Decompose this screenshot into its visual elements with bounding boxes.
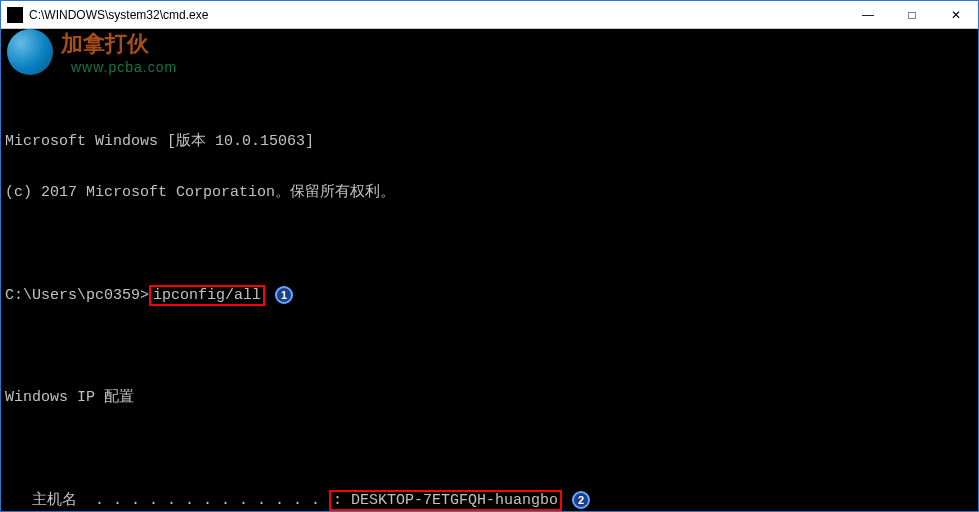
highlight-hostname: : DESKTOP-7ETGFQH-huangbo bbox=[329, 490, 562, 511]
command-text: ipconfig/all bbox=[153, 287, 261, 304]
prompt-line: C:\Users\pc0359>ipconfig/all1 bbox=[5, 286, 974, 304]
minimize-button[interactable]: — bbox=[846, 1, 890, 29]
terminal[interactable]: 加拿打伙 www.pcba.com Microsoft Windows [版本 … bbox=[1, 29, 978, 511]
hostname-sep: : bbox=[333, 492, 351, 509]
maximize-button[interactable]: □ bbox=[890, 1, 934, 29]
cmd-icon bbox=[7, 7, 23, 23]
section1-title: Windows IP 配置 bbox=[5, 389, 974, 406]
badge-1: 1 bbox=[275, 286, 293, 304]
hostname-line: 主机名 . . . . . . . . . . . . . : DESKTOP-… bbox=[5, 491, 974, 509]
highlight-command: ipconfig/all bbox=[149, 285, 265, 306]
header-line-2: (c) 2017 Microsoft Corporation。保留所有权利。 bbox=[5, 184, 974, 201]
titlebar[interactable]: C:\WINDOWS\system32\cmd.exe — □ ✕ bbox=[1, 1, 978, 29]
watermark-text2: www.pcba.com bbox=[71, 59, 177, 76]
watermark-logo bbox=[7, 29, 53, 75]
blank bbox=[5, 338, 974, 355]
hostname-value: DESKTOP-7ETGFQH-huangbo bbox=[351, 492, 558, 509]
header-line-1: Microsoft Windows [版本 10.0.15063] bbox=[5, 133, 974, 150]
close-button[interactable]: ✕ bbox=[934, 1, 978, 29]
prompt-prefix: C:\Users\pc0359> bbox=[5, 287, 149, 304]
watermark-text1: 加拿打伙 bbox=[61, 35, 149, 52]
badge-2: 2 bbox=[572, 491, 590, 509]
hostname-label: 主机名 . . . . . . . . . . . . . bbox=[5, 492, 329, 509]
blank bbox=[5, 440, 974, 457]
blank bbox=[5, 235, 974, 252]
window-controls: — □ ✕ bbox=[846, 1, 978, 29]
window-title: C:\WINDOWS\system32\cmd.exe bbox=[29, 8, 846, 22]
